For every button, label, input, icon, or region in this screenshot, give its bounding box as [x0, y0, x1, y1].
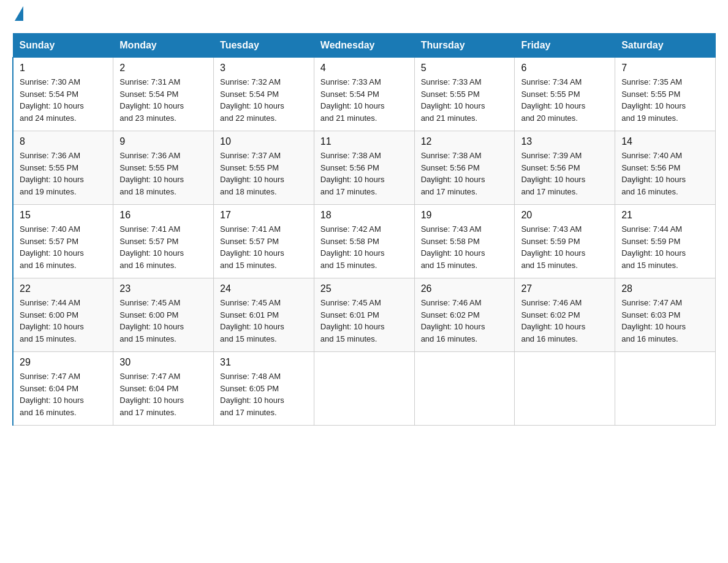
day-number: 19 [421, 210, 509, 221]
day-info: Sunrise: 7:39 AMSunset: 5:56 PMDaylight:… [521, 151, 585, 196]
day-number: 15 [20, 210, 107, 221]
calendar-cell: 7 Sunrise: 7:35 AMSunset: 5:55 PMDayligh… [615, 58, 716, 131]
header-sunday: Sunday [13, 34, 113, 58]
day-number: 16 [119, 210, 207, 221]
header-saturday: Saturday [615, 34, 716, 58]
calendar-cell: 22 Sunrise: 7:44 AMSunset: 6:00 PMDaylig… [13, 278, 113, 352]
calendar-cell: 21 Sunrise: 7:44 AMSunset: 5:59 PMDaylig… [615, 205, 716, 278]
calendar-body: 1 Sunrise: 7:30 AMSunset: 5:54 PMDayligh… [13, 58, 716, 426]
calendar-cell: 5 Sunrise: 7:33 AMSunset: 5:55 PMDayligh… [414, 58, 515, 131]
day-number: 26 [421, 283, 509, 294]
header-tuesday: Tuesday [214, 34, 314, 58]
day-info: Sunrise: 7:48 AMSunset: 6:05 PMDaylight:… [220, 372, 284, 417]
day-number: 11 [320, 136, 408, 147]
day-number: 29 [20, 357, 107, 368]
calendar-cell [515, 352, 615, 426]
calendar-cell: 23 Sunrise: 7:45 AMSunset: 6:00 PMDaylig… [113, 278, 214, 352]
day-number: 10 [220, 136, 308, 147]
header-monday: Monday [113, 34, 214, 58]
day-info: Sunrise: 7:33 AMSunset: 5:54 PMDaylight:… [320, 77, 385, 123]
day-info: Sunrise: 7:43 AMSunset: 5:58 PMDaylight:… [421, 224, 485, 270]
calendar-cell: 12 Sunrise: 7:38 AMSunset: 5:56 PMDaylig… [414, 131, 515, 205]
header-friday: Friday [515, 34, 615, 58]
calendar-cell: 6 Sunrise: 7:34 AMSunset: 5:55 PMDayligh… [515, 58, 615, 131]
week-row-5: 29 Sunrise: 7:47 AMSunset: 6:04 PMDaylig… [13, 352, 716, 426]
day-number: 30 [119, 357, 207, 368]
day-info: Sunrise: 7:34 AMSunset: 5:55 PMDaylight:… [521, 77, 585, 123]
day-number: 17 [220, 210, 308, 221]
calendar-cell: 16 Sunrise: 7:41 AMSunset: 5:57 PMDaylig… [113, 205, 214, 278]
calendar-cell: 31 Sunrise: 7:48 AMSunset: 6:05 PMDaylig… [214, 352, 314, 426]
day-number: 8 [20, 136, 107, 147]
day-number: 9 [119, 136, 207, 147]
calendar-cell: 17 Sunrise: 7:41 AMSunset: 5:57 PMDaylig… [214, 205, 314, 278]
calendar-cell: 28 Sunrise: 7:47 AMSunset: 6:03 PMDaylig… [615, 278, 716, 352]
day-info: Sunrise: 7:47 AMSunset: 6:03 PMDaylight:… [621, 298, 686, 343]
day-info: Sunrise: 7:41 AMSunset: 5:57 PMDaylight:… [119, 224, 184, 270]
week-row-1: 1 Sunrise: 7:30 AMSunset: 5:54 PMDayligh… [13, 58, 716, 131]
calendar-cell: 15 Sunrise: 7:40 AMSunset: 5:57 PMDaylig… [13, 205, 113, 278]
day-number: 22 [20, 283, 107, 294]
calendar-cell [314, 352, 414, 426]
calendar-cell [414, 352, 515, 426]
day-info: Sunrise: 7:36 AMSunset: 5:55 PMDaylight:… [119, 151, 184, 196]
day-number: 23 [119, 283, 207, 294]
day-info: Sunrise: 7:41 AMSunset: 5:57 PMDaylight:… [220, 224, 284, 270]
calendar-cell: 10 Sunrise: 7:37 AMSunset: 5:55 PMDaylig… [214, 131, 314, 205]
day-number: 27 [521, 283, 609, 294]
calendar-cell: 2 Sunrise: 7:31 AMSunset: 5:54 PMDayligh… [113, 58, 214, 131]
page-header [12, 12, 716, 21]
calendar-cell: 25 Sunrise: 7:45 AMSunset: 6:01 PMDaylig… [314, 278, 414, 352]
week-row-3: 15 Sunrise: 7:40 AMSunset: 5:57 PMDaylig… [13, 205, 716, 278]
day-number: 5 [421, 63, 509, 74]
calendar-cell: 20 Sunrise: 7:43 AMSunset: 5:59 PMDaylig… [515, 205, 615, 278]
calendar-cell: 1 Sunrise: 7:30 AMSunset: 5:54 PMDayligh… [13, 58, 113, 131]
day-header-row: SundayMondayTuesdayWednesdayThursdayFrid… [13, 34, 716, 58]
day-info: Sunrise: 7:38 AMSunset: 5:56 PMDaylight:… [320, 151, 385, 196]
day-info: Sunrise: 7:31 AMSunset: 5:54 PMDaylight:… [119, 77, 184, 123]
day-number: 24 [220, 283, 308, 294]
day-info: Sunrise: 7:38 AMSunset: 5:56 PMDaylight:… [421, 151, 485, 196]
logo [12, 12, 23, 21]
week-row-4: 22 Sunrise: 7:44 AMSunset: 6:00 PMDaylig… [13, 278, 716, 352]
calendar-cell [615, 352, 716, 426]
day-info: Sunrise: 7:37 AMSunset: 5:55 PMDaylight:… [220, 151, 284, 196]
day-info: Sunrise: 7:35 AMSunset: 5:55 PMDaylight:… [621, 77, 686, 123]
day-number: 2 [119, 63, 207, 74]
calendar-header: SundayMondayTuesdayWednesdayThursdayFrid… [13, 34, 716, 58]
day-number: 1 [20, 63, 107, 74]
day-info: Sunrise: 7:47 AMSunset: 6:04 PMDaylight:… [20, 372, 84, 417]
day-number: 4 [320, 63, 408, 74]
day-info: Sunrise: 7:30 AMSunset: 5:54 PMDaylight:… [20, 77, 84, 123]
day-info: Sunrise: 7:45 AMSunset: 6:01 PMDaylight:… [220, 298, 284, 343]
header-thursday: Thursday [414, 34, 515, 58]
calendar-cell: 27 Sunrise: 7:46 AMSunset: 6:02 PMDaylig… [515, 278, 615, 352]
day-number: 6 [521, 63, 609, 74]
day-info: Sunrise: 7:40 AMSunset: 5:56 PMDaylight:… [621, 151, 686, 196]
day-info: Sunrise: 7:45 AMSunset: 6:01 PMDaylight:… [320, 298, 385, 343]
day-info: Sunrise: 7:42 AMSunset: 5:58 PMDaylight:… [320, 224, 385, 270]
day-number: 28 [621, 283, 709, 294]
calendar-cell: 11 Sunrise: 7:38 AMSunset: 5:56 PMDaylig… [314, 131, 414, 205]
day-number: 14 [621, 136, 709, 147]
day-info: Sunrise: 7:43 AMSunset: 5:59 PMDaylight:… [521, 224, 585, 270]
calendar-cell: 26 Sunrise: 7:46 AMSunset: 6:02 PMDaylig… [414, 278, 515, 352]
day-info: Sunrise: 7:47 AMSunset: 6:04 PMDaylight:… [119, 372, 184, 417]
calendar-cell: 18 Sunrise: 7:42 AMSunset: 5:58 PMDaylig… [314, 205, 414, 278]
calendar-cell: 4 Sunrise: 7:33 AMSunset: 5:54 PMDayligh… [314, 58, 414, 131]
calendar-cell: 14 Sunrise: 7:40 AMSunset: 5:56 PMDaylig… [615, 131, 716, 205]
calendar-cell: 24 Sunrise: 7:45 AMSunset: 6:01 PMDaylig… [214, 278, 314, 352]
day-number: 31 [220, 357, 308, 368]
calendar-cell: 3 Sunrise: 7:32 AMSunset: 5:54 PMDayligh… [214, 58, 314, 131]
calendar-cell: 29 Sunrise: 7:47 AMSunset: 6:04 PMDaylig… [13, 352, 113, 426]
day-info: Sunrise: 7:44 AMSunset: 5:59 PMDaylight:… [621, 224, 686, 270]
day-info: Sunrise: 7:40 AMSunset: 5:57 PMDaylight:… [20, 224, 84, 270]
day-info: Sunrise: 7:46 AMSunset: 6:02 PMDaylight:… [521, 298, 585, 343]
day-number: 3 [220, 63, 308, 74]
day-info: Sunrise: 7:33 AMSunset: 5:55 PMDaylight:… [421, 77, 485, 123]
day-info: Sunrise: 7:36 AMSunset: 5:55 PMDaylight:… [20, 151, 84, 196]
day-number: 20 [521, 210, 609, 221]
day-info: Sunrise: 7:46 AMSunset: 6:02 PMDaylight:… [421, 298, 485, 343]
day-info: Sunrise: 7:44 AMSunset: 6:00 PMDaylight:… [20, 298, 84, 343]
day-number: 18 [320, 210, 408, 221]
